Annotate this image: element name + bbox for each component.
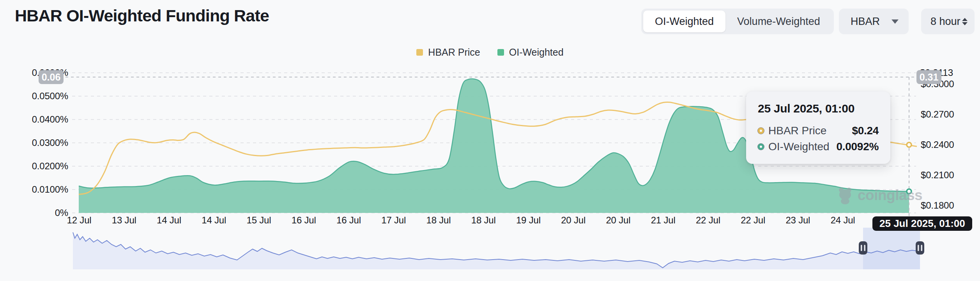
navigator-area[interactable]: [73, 232, 920, 269]
interval-value: 8 hour: [930, 16, 961, 28]
tooltip-row-hbar-price: HBAR Price $0.24: [758, 125, 879, 137]
right-axis-label: $0.1800: [921, 200, 954, 211]
series-marker-yellow-icon: [758, 128, 764, 134]
crosshair-date-badge: 25 Jul 2025, 01:00: [872, 216, 972, 231]
legend-label: HBAR Price: [428, 47, 480, 58]
left-axis-label: 0.0500%: [0, 91, 68, 102]
left-axis-label: 0.0300%: [0, 137, 68, 148]
x-axis-label: 22 Jul: [741, 215, 765, 226]
legend-label: OI-Weighted: [509, 47, 564, 58]
tab-volume-weighted[interactable]: Volume-Weighted: [725, 11, 832, 32]
legend-swatch-yellow: [416, 49, 423, 56]
chart-legend: HBAR Price OI-Weighted: [0, 47, 980, 58]
navigator-handle-left[interactable]: [859, 241, 867, 255]
x-axis-label: 18 Jul: [471, 215, 496, 226]
x-axis-label: 15 Jul: [247, 215, 271, 226]
legend-item-oi-weighted[interactable]: OI-Weighted: [497, 47, 564, 58]
tab-oi-weighted[interactable]: OI-Weighted: [643, 11, 725, 32]
x-axis-label: 22 Jul: [696, 215, 720, 226]
watermark-text: coinglass: [858, 187, 922, 204]
tooltip-value: 0.0092%: [837, 140, 879, 153]
x-axis-label: 21 Jul: [651, 215, 676, 226]
navigator-selection[interactable]: [863, 228, 920, 269]
crosshair-right-axis-badge: 0.31: [916, 70, 941, 84]
x-axis-label: 14 Jul: [202, 215, 226, 226]
right-axis-label: $0.2400: [921, 139, 954, 150]
legend-item-hbar-price[interactable]: HBAR Price: [416, 47, 480, 58]
x-axis-label: 14 Jul: [157, 215, 181, 226]
tooltip-label: OI-Weighted: [768, 140, 837, 153]
coinglass-watermark: coinglass: [837, 186, 922, 205]
navigator-handle-right[interactable]: [916, 241, 924, 255]
interval-selector[interactable]: 8 hour: [921, 9, 975, 34]
tooltip-label: HBAR Price: [768, 125, 852, 137]
left-axis-label: 0.0400%: [0, 114, 68, 125]
price-point-marker: [907, 142, 911, 147]
left-axis-label: 0.0100%: [0, 184, 68, 195]
series-marker-green-icon: [758, 144, 764, 150]
tooltip-value: $0.24: [852, 125, 879, 137]
page-title: HBAR OI-Weighted Funding Rate: [15, 6, 269, 25]
x-axis-label: 18 Jul: [426, 215, 451, 226]
x-axis-label: 23 Jul: [785, 215, 810, 226]
x-axis-label: 24 Jul: [831, 215, 855, 226]
chart-tooltip: 25 Jul 2025, 01:00 HBAR Price $0.24 OI-W…: [746, 91, 890, 164]
x-axis-label: 16 Jul: [336, 215, 361, 226]
weighting-toggle: OI-Weighted Volume-Weighted: [641, 9, 834, 34]
x-axis-label: 17 Jul: [381, 215, 406, 226]
x-axis-label: 12 Jul: [67, 215, 92, 226]
left-axis-label: 0%: [0, 207, 68, 218]
right-axis-label: $0.2700: [921, 109, 954, 120]
symbol-dropdown-value: HBAR: [851, 16, 880, 28]
x-axis-label: 20 Jul: [606, 215, 630, 226]
symbol-dropdown[interactable]: HBAR: [839, 9, 909, 34]
navigator-line: [73, 232, 920, 268]
up-down-arrows-icon[interactable]: [962, 18, 968, 25]
tooltip-date: 25 Jul 2025, 01:00: [758, 102, 879, 115]
crosshair-left-axis-badge: 0.06: [39, 70, 64, 84]
legend-swatch-green: [497, 49, 504, 56]
right-axis-label: $0.2100: [921, 170, 954, 181]
coinglass-logo-icon: [837, 186, 854, 205]
x-axis-label: 20 Jul: [561, 215, 586, 226]
left-axis-label: 0.0200%: [0, 161, 68, 172]
x-axis-label: 19 Jul: [516, 215, 541, 226]
x-axis-label: 16 Jul: [292, 215, 316, 226]
tooltip-row-oi-weighted: OI-Weighted 0.0092%: [758, 140, 879, 153]
x-axis-label: 13 Jul: [112, 215, 136, 226]
chevron-down-icon: [892, 19, 899, 24]
